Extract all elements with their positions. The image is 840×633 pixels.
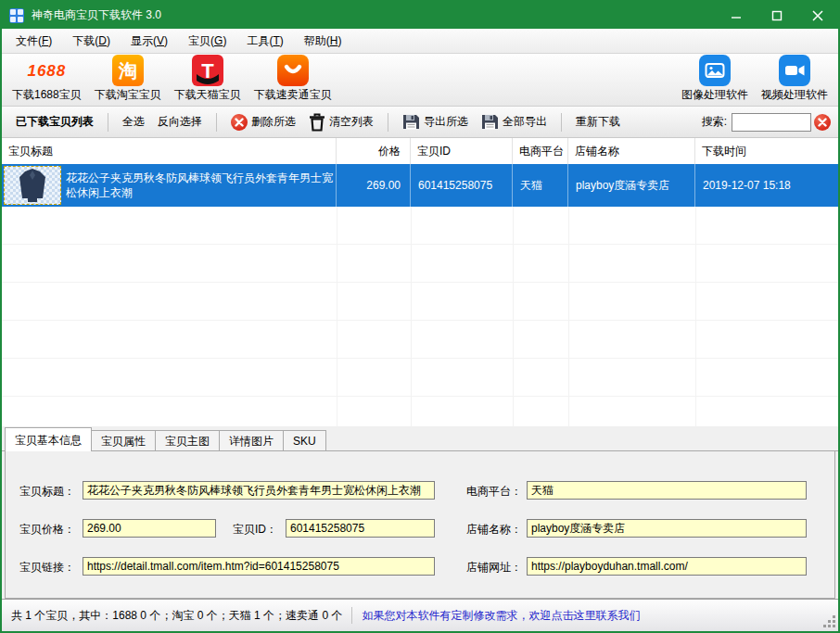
toolbar-button-label: 下载速卖通宝贝 — [254, 87, 332, 103]
download-1688-button[interactable]: 1688 下载1688宝贝 — [6, 57, 88, 103]
toolbar-button-label: 下载天猫宝贝 — [174, 87, 241, 103]
shop-field[interactable] — [527, 519, 807, 538]
shop-url-field[interactable] — [527, 557, 807, 576]
download-aliexpress-button[interactable]: 下载速卖通宝贝 — [248, 57, 338, 103]
contact-us-link[interactable]: 如果您对本软件有定制修改需求，欢迎点击这里联系我们 — [362, 608, 640, 624]
column-header-time[interactable]: 下载时间 — [695, 138, 838, 164]
menu-tools[interactable]: 工具(T) — [236, 30, 293, 53]
shop-url-label: 店铺网址： — [466, 560, 522, 576]
toolbar-separator — [216, 113, 217, 132]
menu-item-goods[interactable]: 宝贝(G) — [178, 30, 236, 53]
toolbar-button-label: 下载淘宝宝贝 — [95, 87, 161, 103]
delete-selected-button[interactable]: 删除所选 — [224, 114, 302, 131]
list-toolbar: 已下载宝贝列表 全选 反向选择 删除所选 清空列表 — [2, 107, 838, 138]
menu-view[interactable]: 显示(V) — [121, 30, 178, 53]
shop-label: 店铺名称： — [466, 522, 522, 538]
tab-basic-info[interactable]: 宝贝基本信息 — [5, 427, 92, 451]
close-button[interactable] — [797, 2, 838, 29]
link-field[interactable] — [83, 557, 435, 576]
menu-download[interactable]: 下载(D) — [62, 30, 121, 53]
basic-info-panel: 宝贝标题： 电商平台： 宝贝价格： 宝贝ID： 店铺名称： 宝贝链接： 店铺网址… — [5, 451, 835, 599]
invert-selection-button[interactable]: 反向选择 — [151, 114, 209, 130]
menubar: 文件(F) 下载(D) 显示(V) 宝贝(G) 工具(T) 帮助(H) — [2, 29, 838, 54]
export-selected-button[interactable]: 导出所选 — [396, 113, 475, 131]
tmall-logo-icon: T — [192, 55, 223, 86]
title-label: 宝贝标题： — [19, 484, 75, 500]
cell-shop: playboy度涵专卖店 — [568, 164, 695, 207]
cell-title: 花花公子夹克男秋冬防风棒球领飞行员外套青年男士宽松休闲上衣潮 — [2, 164, 337, 207]
id-label: 宝贝ID： — [233, 522, 277, 538]
statusbar-separator — [351, 607, 352, 624]
menu-help[interactable]: 帮助(H) — [294, 30, 352, 53]
download-taobao-button[interactable]: 淘 下载淘宝宝贝 — [88, 57, 168, 103]
id-field[interactable] — [286, 519, 435, 538]
download-tmall-button[interactable]: T 下载天猫宝贝 — [168, 57, 248, 103]
image-software-button[interactable]: 图像处理软件 — [675, 57, 755, 103]
window-controls — [716, 2, 838, 29]
platform-field[interactable] — [527, 481, 807, 500]
app-window: 神奇电商宝贝下载软件 3.0 文件(F) 下载(D) 显示(V) 宝贝(G) 工… — [0, 0, 840, 633]
platform-label: 电商平台： — [466, 484, 522, 500]
delete-icon — [231, 114, 248, 131]
toolbar-button-label: 图像处理软件 — [681, 87, 748, 103]
cell-price: 269.00 — [337, 164, 411, 207]
tab-main-images[interactable]: 宝贝主图 — [155, 430, 220, 450]
1688-logo-icon: 1688 — [27, 62, 66, 81]
svg-text:淘: 淘 — [118, 60, 137, 81]
select-all-button[interactable]: 全选 — [116, 114, 151, 130]
title-field[interactable] — [83, 481, 435, 500]
image-software-icon — [699, 55, 731, 86]
close-icon — [812, 10, 823, 21]
toolbar-separator — [561, 113, 562, 132]
tab-attributes[interactable]: 宝贝属性 — [91, 430, 156, 450]
video-software-button[interactable]: 视频处理软件 — [755, 57, 834, 103]
column-header-platform[interactable]: 电商平台 — [513, 138, 568, 164]
products-table: 宝贝标题 价格 宝贝ID 电商平台 店铺名称 下载时间 花花公子夹克男秋冬防风棒… — [2, 138, 838, 426]
statusbar: 共 1 个宝贝，其中：1688 0 个；淘宝 0 个；天猫 1 个；速卖通 0 … — [2, 599, 838, 631]
floppy-icon — [402, 113, 420, 131]
svg-text:T: T — [201, 59, 214, 82]
redownload-button[interactable]: 重新下载 — [569, 114, 627, 130]
video-software-icon — [779, 55, 810, 86]
column-header-price[interactable]: 价格 — [337, 138, 411, 164]
search-input[interactable] — [732, 113, 811, 132]
maximize-icon — [771, 10, 783, 21]
window-title: 神奇电商宝贝下载软件 3.0 — [32, 7, 161, 23]
product-thumbnail — [4, 166, 61, 205]
detail-tabstrip: 宝贝基本信息 宝贝属性 宝贝主图 详情图片 SKU — [2, 426, 838, 451]
search-area: 搜索: — [702, 113, 831, 132]
minimize-button[interactable] — [716, 2, 757, 29]
tab-sku[interactable]: SKU — [283, 430, 326, 450]
tab-detail-images[interactable]: 详情图片 — [219, 430, 284, 450]
toolbar-separator — [388, 113, 388, 132]
list-title: 已下载宝贝列表 — [9, 114, 100, 130]
table-header: 宝贝标题 价格 宝贝ID 电商平台 店铺名称 下载时间 — [2, 138, 838, 164]
link-label: 宝贝链接： — [19, 560, 75, 576]
table-empty-area — [2, 207, 838, 426]
maximize-button[interactable] — [757, 2, 797, 29]
resize-grip[interactable] — [822, 615, 835, 628]
floppy-icon — [481, 113, 499, 131]
table-row-selected[interactable]: 花花公子夹克男秋冬防风棒球领飞行员外套青年男士宽松休闲上衣潮 269.00 60… — [2, 164, 838, 207]
toolbar-button-label: 下载1688宝贝 — [12, 87, 82, 103]
column-header-shop[interactable]: 店铺名称 — [568, 138, 695, 164]
price-field[interactable] — [83, 519, 216, 538]
column-header-title[interactable]: 宝贝标题 — [2, 138, 337, 164]
cell-time: 2019-12-07 15:18 — [695, 164, 838, 207]
app-logo-icon — [9, 8, 24, 23]
clear-search-button[interactable] — [814, 114, 831, 131]
column-header-id[interactable]: 宝贝ID — [411, 138, 513, 164]
price-label: 宝贝价格： — [19, 522, 75, 538]
trash-icon — [309, 113, 325, 132]
status-summary: 共 1 个宝贝，其中：1688 0 个；淘宝 0 个；天猫 1 个；速卖通 0 … — [11, 608, 342, 624]
export-all-button[interactable]: 全部导出 — [475, 113, 554, 131]
clear-search-icon — [818, 118, 827, 127]
menu-file[interactable]: 文件(F) — [6, 30, 62, 53]
cell-id: 601415258075 — [411, 164, 513, 207]
aliexpress-logo-icon — [277, 55, 309, 86]
clear-list-button[interactable]: 清空列表 — [302, 113, 380, 132]
taobao-logo-icon: 淘 — [112, 55, 144, 86]
minimize-icon — [731, 10, 742, 21]
titlebar: 神奇电商宝贝下载软件 3.0 — [2, 2, 838, 29]
cell-platform: 天猫 — [513, 164, 568, 207]
